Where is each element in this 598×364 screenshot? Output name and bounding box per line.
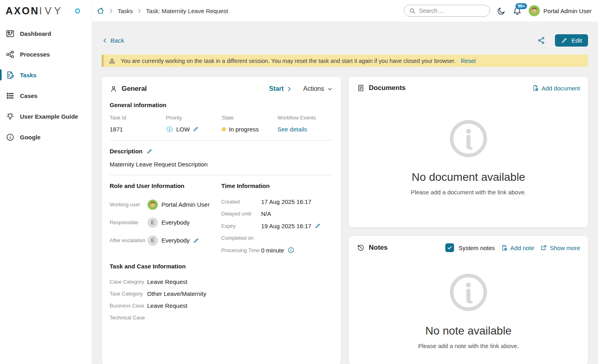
add-note-link[interactable]: Add note [501, 244, 534, 251]
lightbulb-icon [6, 112, 15, 121]
avatar [529, 5, 540, 16]
info-circle-icon [447, 117, 490, 160]
technical-case-label: Technical Case [110, 315, 147, 321]
task-case-title: Task and Case Information [110, 263, 333, 270]
processing-time-info-icon[interactable] [287, 247, 295, 254]
completed-on-label: Completed on [221, 235, 261, 241]
processing-time-label: Processing Time [221, 247, 261, 253]
add-document-label: Add document [541, 85, 580, 92]
business-case-row: Business Case Leave Request [110, 300, 333, 312]
person-icon [110, 85, 118, 93]
actions-label: Actions [303, 85, 324, 92]
add-document-link[interactable]: Add document [532, 84, 580, 92]
user-name: Portal Admin User [543, 8, 592, 14]
sidebar-item-label: Processes [20, 51, 50, 58]
description-title: Description [110, 148, 143, 155]
notifications-button[interactable]: 99+ [513, 6, 522, 16]
sidebar-item-cases[interactable]: Cases [0, 85, 92, 106]
logo-text-secondary: IVY [39, 5, 63, 17]
sidebar-item-dashboard[interactable]: Dashboard [0, 23, 92, 44]
working-user-row: Working user Portal Admin User [110, 196, 221, 213]
responsible-row: Responsible E Everybody [110, 213, 221, 231]
state-text: In progress [229, 126, 259, 133]
no-document-hint: Please add a document with the link abov… [411, 189, 526, 196]
home-icon[interactable] [96, 7, 104, 15]
task-toolbar: Back Edit [102, 34, 588, 47]
documents-empty-state: No document available Please add a docum… [357, 92, 580, 220]
session-warning-banner: You are currently working on the task in… [102, 55, 588, 67]
sidebar-item-tasks[interactable]: Tasks [0, 65, 92, 85]
see-details-link[interactable]: See details [277, 126, 307, 133]
responsible-value: Everybody [161, 219, 190, 226]
no-document-title: No document available [412, 171, 525, 184]
dashboard-icon [6, 29, 15, 38]
info-circle-icon [447, 270, 490, 314]
sidebar-item-label: Tasks [20, 72, 36, 78]
edit-priority-icon[interactable] [193, 126, 199, 132]
delayed-until-row: Delayed until N/A [221, 208, 333, 220]
main-content: Back Edit You are currently working on t… [92, 22, 598, 364]
general-title-text: General [122, 85, 147, 93]
technical-case-row: Technical Case [110, 312, 333, 324]
dark-mode-toggle[interactable] [497, 6, 506, 16]
edit-description-icon[interactable] [146, 148, 153, 155]
no-note-hint: Please add a note with the link above. [418, 342, 519, 349]
edit-escalation-icon[interactable] [193, 237, 199, 244]
header-actions: 99+ Portal Admin User [404, 5, 598, 17]
processes-icon [6, 50, 15, 59]
notification-badge: 99+ [515, 3, 527, 9]
documents-card: Documents Add document No document avail… [349, 77, 588, 227]
cases-icon [6, 91, 15, 100]
active-indicator [0, 69, 2, 80]
user-menu[interactable]: Portal Admin User [529, 5, 592, 16]
working-user-avatar [148, 200, 158, 210]
task-category-value: Other Leave/Maternity [147, 290, 206, 297]
logo-area: AXON IVY [0, 0, 92, 22]
priority-low-icon [166, 125, 173, 133]
reset-link[interactable]: Reset [461, 58, 476, 64]
processing-time-value: 0 minute [261, 247, 284, 254]
sidebar-item-processes[interactable]: Processes [0, 44, 92, 65]
description-text: Maternity Leave Request Description [110, 161, 333, 168]
axonivy-logo[interactable]: AXON IVY [6, 5, 64, 17]
after-escalation-avatar: E [148, 235, 158, 246]
sidebar-item-label: Cases [20, 92, 37, 99]
edit-button[interactable]: Edit [555, 34, 588, 47]
start-button[interactable]: Start [269, 85, 292, 92]
state-in-progress-dot [222, 127, 226, 131]
actions-menu-button[interactable]: Actions [303, 85, 333, 92]
edit-label: Edit [571, 37, 582, 44]
sidebar-item-label: Google [20, 134, 41, 141]
divider [110, 140, 333, 141]
warning-icon [108, 57, 116, 65]
completed-on-row: Completed on [221, 232, 333, 245]
delayed-until-label: Delayed until [221, 211, 261, 217]
back-label: Back [110, 37, 124, 44]
created-value: 17 Aug 2025 16:17 [261, 198, 311, 205]
search-input[interactable] [419, 8, 485, 14]
system-notes-label: System notes [458, 245, 495, 251]
after-escalation-label: After escalation [110, 237, 148, 243]
sidebar-item-google[interactable]: Google [0, 127, 92, 147]
notes-title-text: Notes [369, 244, 388, 252]
case-category-row: Case Category Leave Request [110, 276, 333, 288]
task-id-label: Task Id [110, 115, 166, 121]
top-header: AXON IVY Tasks Task: Maternity Leave Req… [0, 0, 598, 22]
add-note-label: Add note [510, 245, 534, 251]
system-notes-checkbox[interactable] [445, 243, 454, 252]
business-case-link[interactable]: Leave Request [147, 302, 187, 309]
after-escalation-value: Everybody [161, 237, 190, 244]
share-button[interactable] [537, 36, 545, 45]
show-more-link[interactable]: Show more [540, 244, 580, 251]
role-user-title: Role and User Information [110, 182, 221, 189]
responsible-label: Responsible [110, 219, 148, 225]
sidebar-item-label: User Example Guide [20, 113, 78, 120]
breadcrumb-tasks[interactable]: Tasks [118, 8, 133, 14]
breadcrumb: Tasks Task: Maternity Leave Request [92, 7, 404, 15]
notes-empty-state: No note available Please add a note with… [357, 252, 580, 357]
working-user-value: Portal Admin User [161, 201, 210, 208]
back-button[interactable]: Back [102, 37, 124, 44]
sidebar-item-user-example-guide[interactable]: User Example Guide [0, 106, 92, 127]
edit-expiry-icon[interactable] [315, 223, 321, 229]
global-search[interactable] [404, 5, 490, 17]
